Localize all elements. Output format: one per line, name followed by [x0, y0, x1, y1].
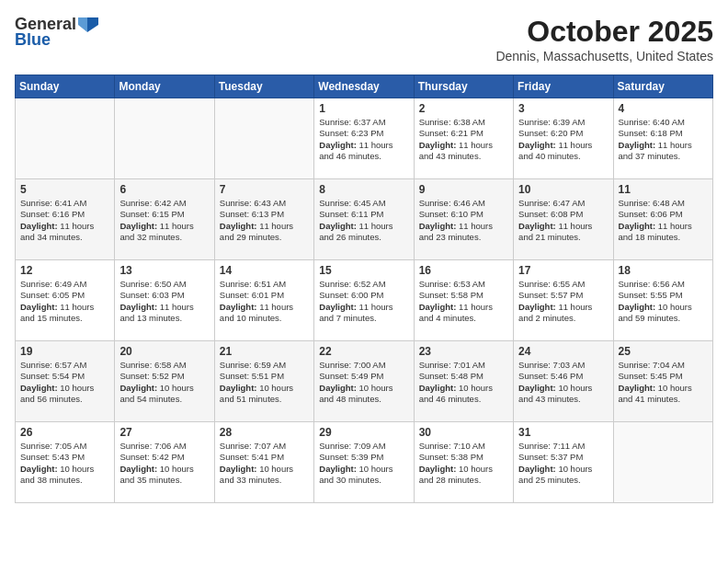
day-number: 20 [119, 345, 209, 358]
logo-icon [78, 17, 98, 32]
calendar-day-12: 12Sunrise: 6:49 AMSunset: 6:05 PMDayligh… [16, 260, 115, 341]
daylight-label: Daylight: [220, 221, 259, 231]
daylight-label: Daylight: [419, 140, 459, 150]
title-block: October 2025 Dennis, Massachusetts, Unit… [495, 15, 713, 63]
calendar-day-17: 17Sunrise: 6:55 AMSunset: 5:57 PMDayligh… [514, 260, 613, 341]
calendar-day-22: 22Sunrise: 7:00 AMSunset: 5:49 PMDayligh… [314, 341, 414, 422]
calendar-header-sunday: Sunday [16, 75, 115, 98]
calendar-empty [214, 98, 313, 179]
calendar-day-5: 5Sunrise: 6:41 AMSunset: 6:16 PMDaylight… [16, 179, 115, 260]
day-number: 13 [119, 264, 209, 277]
day-number: 1 [319, 102, 408, 115]
calendar-header-tuesday: Tuesday [214, 75, 313, 98]
calendar-day-2: 2Sunrise: 6:38 AMSunset: 6:21 PMDaylight… [414, 98, 513, 179]
calendar-day-15: 15Sunrise: 6:52 AMSunset: 6:00 PMDayligh… [314, 260, 414, 341]
calendar-day-16: 16Sunrise: 6:53 AMSunset: 5:58 PMDayligh… [414, 260, 513, 341]
month-title: October 2025 [495, 15, 713, 49]
daylight-label: Daylight: [419, 221, 459, 231]
day-number: 5 [20, 183, 109, 196]
day-number: 27 [119, 426, 209, 439]
daylight-label: Daylight: [518, 383, 558, 393]
svg-marker-0 [87, 17, 98, 32]
daylight-label: Daylight: [20, 383, 60, 393]
calendar-day-11: 11Sunrise: 6:48 AMSunset: 6:06 PMDayligh… [613, 179, 712, 260]
day-number: 18 [619, 264, 708, 277]
daylight-label: Daylight: [619, 302, 658, 312]
calendar-day-29: 29Sunrise: 7:09 AMSunset: 5:39 PMDayligh… [314, 422, 414, 503]
calendar-day-8: 8Sunrise: 6:45 AMSunset: 6:11 PMDaylight… [314, 179, 414, 260]
calendar-week-4: 19Sunrise: 6:57 AMSunset: 5:54 PMDayligh… [16, 341, 713, 422]
daylight-label: Daylight: [119, 383, 159, 393]
daylight-label: Daylight: [319, 464, 358, 474]
calendar-header-friday: Friday [514, 75, 613, 98]
calendar-empty [16, 98, 115, 179]
day-number: 11 [619, 183, 708, 196]
calendar-week-2: 5Sunrise: 6:41 AMSunset: 6:16 PMDaylight… [16, 179, 713, 260]
day-number: 10 [518, 183, 608, 196]
calendar-day-25: 25Sunrise: 7:04 AMSunset: 5:45 PMDayligh… [613, 341, 712, 422]
calendar-day-23: 23Sunrise: 7:01 AMSunset: 5:48 PMDayligh… [414, 341, 513, 422]
calendar-day-10: 10Sunrise: 6:47 AMSunset: 6:08 PMDayligh… [514, 179, 613, 260]
day-number: 24 [518, 345, 608, 358]
calendar-week-5: 26Sunrise: 7:05 AMSunset: 5:43 PMDayligh… [16, 422, 713, 503]
calendar-day-6: 6Sunrise: 6:42 AMSunset: 6:15 PMDaylight… [115, 179, 214, 260]
calendar-day-27: 27Sunrise: 7:06 AMSunset: 5:42 PMDayligh… [115, 422, 214, 503]
daylight-label: Daylight: [518, 302, 558, 312]
day-number: 17 [518, 264, 608, 277]
daylight-label: Daylight: [419, 464, 459, 474]
logo: General Blue [15, 15, 100, 50]
day-number: 22 [319, 345, 408, 358]
daylight-label: Daylight: [20, 302, 60, 312]
day-number: 4 [619, 102, 708, 115]
day-number: 31 [518, 426, 608, 439]
day-number: 21 [220, 345, 309, 358]
day-number: 26 [20, 426, 109, 439]
daylight-label: Daylight: [119, 221, 159, 231]
calendar-day-1: 1Sunrise: 6:37 AMSunset: 6:23 PMDaylight… [314, 98, 414, 179]
daylight-label: Daylight: [518, 464, 558, 474]
logo-blue-text: Blue [15, 30, 51, 50]
calendar-day-7: 7Sunrise: 6:43 AMSunset: 6:13 PMDaylight… [214, 179, 313, 260]
location: Dennis, Massachusetts, United States [495, 49, 713, 63]
calendar-header-monday: Monday [115, 75, 214, 98]
day-number: 3 [518, 102, 608, 115]
calendar-day-30: 30Sunrise: 7:10 AMSunset: 5:38 PMDayligh… [414, 422, 513, 503]
calendar-day-4: 4Sunrise: 6:40 AMSunset: 6:18 PMDaylight… [613, 98, 712, 179]
daylight-label: Daylight: [419, 302, 459, 312]
daylight-label: Daylight: [419, 383, 459, 393]
day-number: 7 [220, 183, 309, 196]
day-number: 25 [619, 345, 708, 358]
calendar-table: SundayMondayTuesdayWednesdayThursdayFrid… [15, 75, 713, 503]
daylight-label: Daylight: [619, 383, 658, 393]
calendar-day-21: 21Sunrise: 6:59 AMSunset: 5:51 PMDayligh… [214, 341, 313, 422]
calendar-header-wednesday: Wednesday [314, 75, 414, 98]
day-number: 15 [319, 264, 408, 277]
daylight-label: Daylight: [220, 383, 259, 393]
day-number: 9 [419, 183, 508, 196]
calendar-day-28: 28Sunrise: 7:07 AMSunset: 5:41 PMDayligh… [214, 422, 313, 503]
calendar-day-19: 19Sunrise: 6:57 AMSunset: 5:54 PMDayligh… [16, 341, 115, 422]
day-number: 14 [220, 264, 309, 277]
day-number: 16 [419, 264, 508, 277]
calendar-day-13: 13Sunrise: 6:50 AMSunset: 6:03 PMDayligh… [115, 260, 214, 341]
day-number: 30 [419, 426, 508, 439]
daylight-label: Daylight: [220, 464, 259, 474]
day-number: 12 [20, 264, 109, 277]
day-number: 2 [419, 102, 508, 115]
day-number: 28 [220, 426, 309, 439]
calendar-day-31: 31Sunrise: 7:11 AMSunset: 5:37 PMDayligh… [514, 422, 613, 503]
day-number: 6 [119, 183, 209, 196]
calendar-day-14: 14Sunrise: 6:51 AMSunset: 6:01 PMDayligh… [214, 260, 313, 341]
daylight-label: Daylight: [319, 302, 358, 312]
daylight-label: Daylight: [119, 464, 159, 474]
day-number: 19 [20, 345, 109, 358]
calendar-week-3: 12Sunrise: 6:49 AMSunset: 6:05 PMDayligh… [16, 260, 713, 341]
day-number: 23 [419, 345, 508, 358]
svg-marker-1 [78, 17, 87, 32]
calendar-header-row: SundayMondayTuesdayWednesdayThursdayFrid… [16, 75, 713, 98]
daylight-label: Daylight: [619, 140, 658, 150]
calendar-day-24: 24Sunrise: 7:03 AMSunset: 5:46 PMDayligh… [514, 341, 613, 422]
daylight-label: Daylight: [119, 302, 159, 312]
calendar-day-9: 9Sunrise: 6:46 AMSunset: 6:10 PMDaylight… [414, 179, 513, 260]
calendar-day-18: 18Sunrise: 6:56 AMSunset: 5:55 PMDayligh… [613, 260, 712, 341]
